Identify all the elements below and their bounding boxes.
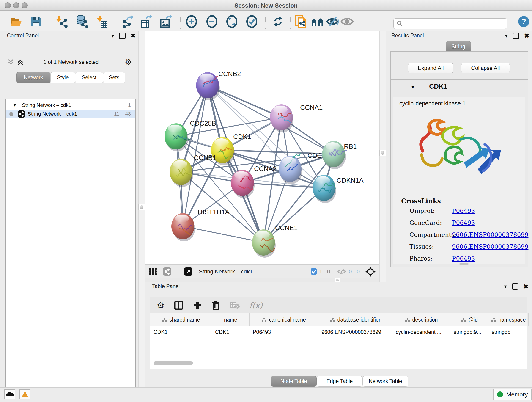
add-column-icon[interactable] (193, 301, 202, 310)
help-button[interactable]: ? (517, 15, 531, 28)
table-cell[interactable]: 9606.ENSP00000378699 (318, 327, 393, 337)
crosslink-label: Pharos: (409, 255, 432, 262)
import-network-from-database-button[interactable] (75, 15, 89, 28)
save-session-button[interactable] (29, 15, 43, 28)
footer-separator (177, 267, 177, 276)
network-collection-row[interactable]: ▼ String Network – cdk1 1 (6, 101, 135, 109)
first-neighbors-button[interactable] (310, 15, 324, 28)
network-row-selected[interactable]: String Network – cdk1 11 48 (6, 109, 135, 118)
column-header-canonical-name[interactable]: canonical name (249, 313, 318, 326)
panel-collapse-icon[interactable]: ▾ (505, 33, 508, 38)
collapse-all-networks-icon[interactable] (7, 58, 15, 67)
table-header-row: shared namenamecanonical namedatabase id… (150, 313, 527, 326)
crosslink-link[interactable]: P06493 (452, 219, 475, 226)
export-table-button[interactable] (139, 15, 153, 28)
tab-network[interactable]: Network (17, 72, 51, 83)
apply-function-icon[interactable]: f(x) (249, 301, 263, 310)
panel-float-icon[interactable] (513, 32, 519, 39)
table-cell[interactable]: cyclin-dependent ... (393, 327, 450, 337)
tab-network-table[interactable]: Network Table (362, 376, 408, 387)
panel-close-icon[interactable]: ✖ (524, 33, 529, 39)
edge-CDKN1A-CCNE1[interactable] (264, 188, 324, 242)
node-count: 11 (114, 111, 119, 117)
panel-float-icon[interactable] (512, 283, 518, 290)
table-cell[interactable]: CDK1 (150, 327, 212, 337)
birds-eye-view-icon[interactable] (149, 267, 157, 276)
column-header--id[interactable]: @id (450, 313, 488, 326)
tab-select[interactable]: Select (75, 72, 103, 83)
panel-close-icon[interactable]: ✖ (523, 283, 528, 289)
tab-sets[interactable]: Sets (103, 72, 125, 83)
open-session-icon (10, 16, 22, 27)
table-tabs: Node TableEdge TableNetwork Table (271, 376, 408, 387)
delete-table-icon[interactable] (230, 301, 240, 309)
expand-all-networks-icon[interactable] (17, 58, 24, 67)
column-header-shared-name[interactable]: shared name (150, 313, 212, 326)
zoom-selected-button[interactable] (245, 15, 259, 28)
fit-content-button[interactable] (225, 15, 239, 28)
tab-node-table[interactable]: Node Table (271, 376, 317, 387)
tab-edge-table[interactable]: Edge Table (317, 376, 362, 387)
panel-float-icon[interactable] (119, 32, 126, 39)
panel-collapse-icon[interactable]: ▾ (504, 284, 507, 289)
node-RB1[interactable]: RB1 (322, 141, 357, 169)
column-header-database-identifier[interactable]: database identifier (318, 313, 393, 326)
memory-button[interactable]: Memory (493, 389, 532, 400)
node-HIST1H1A[interactable]: HIST1H1A (171, 208, 230, 241)
show-columns-icon[interactable] (174, 301, 183, 310)
results-hscroll-thumb[interactable] (459, 263, 469, 265)
table-settings-gear-icon[interactable]: ⚙ (157, 300, 165, 310)
table-panel-divider[interactable] (145, 278, 380, 282)
node-CDKN1A[interactable]: CDKN1A (312, 175, 364, 203)
open-session-button[interactable] (9, 15, 23, 28)
bottom-divider-handle[interactable] (335, 278, 340, 282)
column-header-description[interactable]: description (393, 313, 450, 326)
network-options-gear-icon[interactable]: ⚙ (125, 57, 132, 67)
export-image-button[interactable] (159, 15, 173, 28)
column-header-namespace[interactable]: namespace (488, 313, 529, 326)
cloud-button[interactable] (4, 389, 15, 399)
right-divider-handle[interactable] (380, 150, 386, 156)
table-cell[interactable]: stringdb:9... (450, 327, 488, 337)
search-input[interactable] (403, 20, 507, 27)
tree-expand-icon[interactable]: ▼ (13, 103, 17, 108)
table-cell[interactable]: CDK1 (212, 327, 249, 337)
node-label-CCNA2: CCNA2 (254, 165, 277, 172)
import-table-button[interactable] (95, 15, 109, 28)
crosslink-link[interactable]: P06493 (452, 255, 475, 262)
import-network-button[interactable] (55, 15, 69, 28)
zoom-in-button[interactable] (185, 15, 198, 28)
panel-close-icon[interactable]: ✖ (131, 33, 136, 39)
export-network-button[interactable] (120, 15, 134, 28)
new-network-from-selection-button[interactable] (294, 15, 308, 28)
crosslink-link[interactable]: 9606.ENSP00000378699 (452, 231, 528, 238)
tab-string[interactable]: String (446, 41, 471, 52)
selected-checkbox-icon[interactable] (311, 268, 317, 274)
column-header-name[interactable]: name (212, 313, 249, 326)
network-view-footer: String Network – cdk1 1 - 0 0 - 0 (145, 265, 380, 278)
zoom-out-button[interactable] (205, 15, 219, 28)
collapse-all-button[interactable]: Collapse All (461, 63, 510, 73)
crosslink-link[interactable]: 9606.ENSP00000378699 (452, 243, 528, 250)
crosslink-link[interactable]: P06493 (452, 207, 475, 214)
refresh-button[interactable] (271, 15, 285, 28)
network-canvas[interactable]: CCNB2CCNA1CDC25BCDK1CDC6RB1CCNB1CCNA2CDK… (145, 31, 380, 265)
show-all-button[interactable] (340, 15, 354, 28)
new-network-from-selection-icon (295, 15, 307, 28)
edge-CCNB2-CDKN1A[interactable] (208, 85, 324, 188)
hide-selected-button[interactable] (326, 15, 340, 28)
node-CDK1[interactable]: CDK1 (211, 133, 251, 165)
delete-column-icon[interactable] (212, 300, 220, 310)
left-divider-handle[interactable] (138, 204, 145, 211)
section-collapse-icon[interactable]: ▼ (410, 84, 415, 90)
expand-all-button[interactable]: Expand All (408, 63, 453, 73)
table-hscroll-thumb[interactable] (153, 361, 193, 365)
table-cell[interactable]: stringdb (488, 327, 529, 337)
panel-collapse-icon[interactable]: ▾ (111, 33, 114, 38)
open-in-window-icon[interactable] (184, 268, 192, 276)
warnings-button[interactable] (19, 389, 31, 399)
pan-crosshair-icon[interactable] (365, 266, 376, 277)
table-cell[interactable]: P06493 (249, 327, 318, 337)
tab-style[interactable]: Style (51, 72, 75, 83)
export-image-icon (159, 15, 172, 28)
